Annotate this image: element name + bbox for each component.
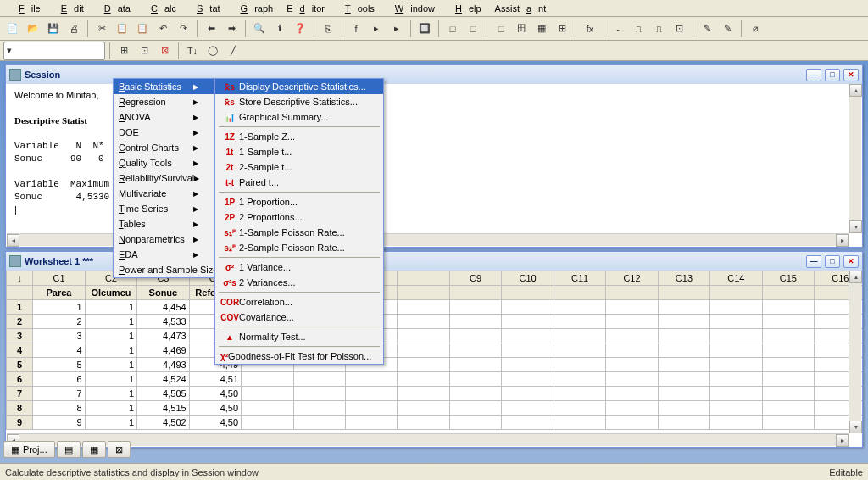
tool-button[interactable]: 📂 <box>24 20 42 38</box>
stat-menu-item[interactable]: ANOVA▶ <box>114 109 214 125</box>
worksheet-hscroll[interactable]: ◂ ▸ <box>7 433 849 446</box>
scroll-up-icon[interactable]: ▴ <box>849 271 862 283</box>
menu-window[interactable]: Window <box>381 2 442 15</box>
scroll-down-icon[interactable]: ▾ <box>849 421 862 433</box>
tool-button[interactable]: 🔍 <box>250 20 269 38</box>
tool-button[interactable]: ✎ <box>718 20 737 38</box>
tool-extra-2[interactable]: ⊡ <box>135 42 153 60</box>
tool-button[interactable]: ✎ <box>698 20 716 38</box>
tool-button[interactable]: ✂ <box>92 20 111 38</box>
tool-button[interactable]: ℹ <box>270 20 289 38</box>
basic-stats-item[interactable]: x̄sDisplay Descriptive Statistics... <box>215 79 383 94</box>
basic-stats-item[interactable]: 📊Graphical Summary... <box>215 109 383 125</box>
scroll-right-icon[interactable]: ▸ <box>836 234 849 247</box>
tool-button[interactable]: ➡ <box>222 20 241 38</box>
stat-menu[interactable]: Basic Statistics▶Regression▶ANOVA▶DOE▶Co… <box>113 78 214 278</box>
task-project[interactable]: ▦ Proj... <box>3 441 55 458</box>
tool-button[interactable]: 田 <box>512 20 531 38</box>
tool-button[interactable]: 📋 <box>133 20 152 38</box>
tool-extra-5[interactable]: ◯ <box>203 42 222 60</box>
stat-menu-item[interactable]: Regression▶ <box>114 94 214 109</box>
stat-menu-item[interactable]: Basic Statistics▶ <box>114 79 214 94</box>
tool-button[interactable]: 🔲 <box>415 20 434 38</box>
tool-button[interactable]: ⊡ <box>670 20 688 38</box>
menu-data[interactable]: Data <box>91 2 137 15</box>
session-vscroll[interactable]: ▴ ▾ <box>849 84 861 233</box>
session-min[interactable]: — <box>806 69 821 81</box>
basic-stats-item[interactable]: 2t2-Sample t... <box>215 159 383 175</box>
tool-extra-1[interactable]: ⊞ <box>114 42 133 60</box>
tool-button[interactable]: ▦ <box>532 20 551 38</box>
tool-button[interactable]: ▸ <box>367 20 386 38</box>
tool-button[interactable]: 💾 <box>44 20 63 38</box>
tool-button[interactable]: □ <box>443 20 462 38</box>
basic-stats-item[interactable]: 1Z1-Sample Z... <box>215 129 383 144</box>
tool-button[interactable]: ⎘ <box>319 20 337 38</box>
worksheet-min[interactable]: — <box>806 255 821 268</box>
tool-button[interactable]: - <box>609 20 627 38</box>
basic-stats-item[interactable]: σ²s2 Variances... <box>215 275 383 290</box>
task-session[interactable]: ▤ <box>57 441 81 458</box>
tool-button[interactable]: ⊞ <box>553 20 571 38</box>
session-close[interactable]: ✕ <box>843 69 859 81</box>
stat-menu-item[interactable]: Control Charts▶ <box>114 140 214 155</box>
stat-menu-item[interactable]: Multivariate▶ <box>114 186 214 201</box>
basic-stats-item[interactable]: 1t1-Sample t... <box>215 144 383 159</box>
menu-file[interactable]: File <box>5 2 47 15</box>
basic-stats-item[interactable]: σ²1 Variance... <box>215 260 383 275</box>
tool-extra-3[interactable]: ⊠ <box>155 42 174 60</box>
stat-menu-item[interactable]: Tables▶ <box>114 216 214 232</box>
menu-stat[interactable]: Stat <box>183 2 227 15</box>
basic-stats-item[interactable]: t-tPaired t... <box>215 175 383 190</box>
stat-menu-item[interactable]: Time Series▶ <box>114 201 214 216</box>
basic-stats-item[interactable]: s₁ᴾ1-Sample Poisson Rate... <box>215 225 383 240</box>
basic-stats-item[interactable]: x̄sStore Descriptive Statistics... <box>215 94 383 109</box>
menu-assistant[interactable]: Assistant <box>488 2 554 15</box>
worksheet-max[interactable]: □ <box>825 255 840 268</box>
tool-button[interactable]: □ <box>492 20 510 38</box>
menu-graph[interactable]: Graph <box>227 2 281 15</box>
tool-button[interactable]: ↶ <box>153 20 172 38</box>
menu-editor[interactable]: Editor <box>280 2 331 15</box>
basic-stats-item[interactable]: COVCovariance... <box>215 310 383 325</box>
basic-stats-item[interactable]: 2P2 Proportions... <box>215 209 383 225</box>
tool-button[interactable]: ⎍ <box>629 20 648 38</box>
scroll-right-icon[interactable]: ▸ <box>836 434 849 447</box>
tool-dropdown-1[interactable]: ▾ <box>3 42 105 60</box>
scroll-left-icon[interactable]: ◂ <box>7 234 19 247</box>
tool-button[interactable]: fx <box>581 20 599 38</box>
tool-extra-6[interactable]: ╱ <box>224 42 242 60</box>
session-max[interactable]: □ <box>825 69 840 81</box>
basic-stats-item[interactable]: CORCorrelation... <box>215 294 383 310</box>
menu-calc[interactable]: Calc <box>137 2 183 15</box>
basic-stats-item[interactable]: 1P1 Proportion... <box>215 194 383 209</box>
basic-stats-item[interactable]: ▲Normality Test... <box>215 329 383 344</box>
tool-button[interactable]: ▸ <box>387 20 406 38</box>
stat-menu-item[interactable]: Reliability/Survival▶ <box>114 170 214 186</box>
stat-menu-item[interactable]: Quality Tools▶ <box>114 155 214 170</box>
tool-button[interactable]: □ <box>464 20 482 38</box>
tool-button[interactable]: 🖨 <box>64 20 83 38</box>
tool-button[interactable]: 📄 <box>3 20 22 38</box>
tool-button[interactable]: ❓ <box>291 20 309 38</box>
stat-menu-item[interactable]: Nonparametrics▶ <box>114 232 214 247</box>
menu-edit[interactable]: Edit <box>47 2 91 15</box>
scroll-down-icon[interactable]: ▾ <box>849 220 862 233</box>
stat-menu-item[interactable]: EDA▶ <box>114 247 214 262</box>
stat-menu-item[interactable]: Power and Sample Size▶ <box>114 262 214 277</box>
tool-button[interactable]: 📋 <box>113 20 131 38</box>
worksheet-vscroll[interactable]: ▴ ▾ <box>849 271 861 433</box>
tool-button[interactable]: ↷ <box>174 20 192 38</box>
tool-extra-4[interactable]: T↓ <box>183 42 202 60</box>
tool-button[interactable]: f <box>347 20 365 38</box>
worksheet-body[interactable]: ↓C1C2C3C4C9C10C11C12C13C14C15C16C17C18Pa… <box>6 271 862 447</box>
tool-button[interactable]: ⬅ <box>202 20 220 38</box>
task-other[interactable]: ⊠ <box>108 441 131 458</box>
basic-statistics-menu[interactable]: x̄sDisplay Descriptive Statistics...x̄sS… <box>214 78 384 365</box>
basic-stats-item[interactable]: s₂ᴾ2-Sample Poisson Rate... <box>215 240 383 255</box>
worksheet-grid[interactable]: ↓C1C2C3C4C9C10C11C12C13C14C15C16C17C18Pa… <box>6 271 862 430</box>
tool-button[interactable]: ⎍ <box>649 20 668 38</box>
menu-tools[interactable]: Tools <box>331 2 381 15</box>
menu-help[interactable]: Help <box>442 2 488 15</box>
task-worksheet[interactable]: ▦ <box>82 441 106 458</box>
